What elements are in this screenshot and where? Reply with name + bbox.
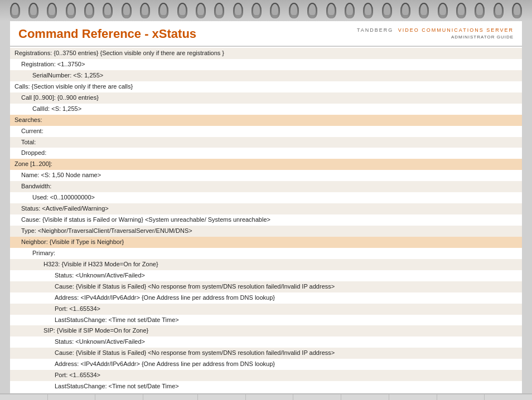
- binding-hole: [456, 3, 466, 18]
- tabs-bar: IntroductionGetting StartedOverview andS…: [0, 393, 532, 400]
- tab-appendices[interactable]: Appendices: [485, 394, 532, 400]
- binding-holes: [0, 3, 532, 18]
- binding-hole: [494, 3, 504, 18]
- content-row: Name: <S: 1,50 Node name>: [10, 170, 522, 181]
- tab-maintenance[interactable]: Maintenance: [437, 394, 485, 400]
- binding-hole: [196, 3, 206, 18]
- tab-bandwidth[interactable]: BandwidthControl: [341, 394, 389, 400]
- content-row: Status: <Unknown/Active/Failed>: [10, 336, 522, 348]
- content-row: Registration: <1..3750>: [10, 59, 522, 70]
- brand-vcs: VIDEO COMMUNICATIONS SERVER: [398, 27, 514, 33]
- binding-hole: [10, 3, 20, 18]
- content-row: Address: <IPv4Addr/IPv6Addr> {One Addres…: [10, 359, 522, 370]
- binding-hole: [47, 3, 57, 18]
- content-area: Registrations: {0..3750 entries} {Sectio…: [10, 47, 522, 393]
- content-row: Cause: {Visible if status is Failed or W…: [10, 214, 522, 226]
- binding-hole: [140, 3, 150, 18]
- binding-hole: [326, 3, 336, 18]
- binding-hole: [252, 3, 262, 18]
- content-row: Port: <1..65534>: [10, 304, 522, 315]
- content-row: Registrations: {0..3750 entries} {Sectio…: [10, 48, 522, 59]
- tab-call-processing[interactable]: CallProcessing: [293, 394, 341, 400]
- binding-hole: [382, 3, 392, 18]
- binding-hole: [419, 3, 429, 18]
- content-row: Port: <1..65534>: [10, 370, 522, 381]
- binding-hole: [103, 3, 113, 18]
- content-row: Cause: {Visible if Status is Failed} <No…: [10, 348, 522, 359]
- doc-header: Command Reference - xStatus TANDBERG VID…: [10, 21, 522, 47]
- content-row: Type: <Neighbor/TraversalClient/Traversa…: [10, 226, 522, 237]
- content-row: Zone [1..200]:: [10, 159, 522, 170]
- content-row: Total:: [10, 137, 522, 148]
- binding-hole: [475, 3, 485, 18]
- binding-hole: [270, 3, 280, 18]
- tab-intro[interactable]: Introduction: [0, 394, 48, 400]
- binding-strip: [0, 0, 532, 21]
- content-row: LastStatusChange: <Time not set/Date Tim…: [10, 381, 522, 392]
- content-row: SerialNumber: <S: 1,255>: [10, 70, 522, 81]
- content-row: Status: <Active/Failed/Warning>: [10, 203, 522, 214]
- brand-info: TANDBERG VIDEO COMMUNICATIONS SERVER ADM…: [357, 27, 514, 40]
- doc-title: Command Reference - xStatus: [18, 27, 196, 41]
- tab-zones-neighbors[interactable]: Zones andNeighbors: [246, 394, 294, 400]
- binding-hole: [177, 3, 187, 18]
- binding-hole: [66, 3, 76, 18]
- binding-hole: [307, 3, 317, 18]
- content-row: Status: <Unknown/Active/Failed>: [10, 270, 522, 281]
- binding-hole: [214, 3, 224, 18]
- binding-hole: [512, 3, 522, 18]
- binding-hole: [122, 3, 132, 18]
- content-row: Dropped:: [10, 148, 522, 159]
- binding-hole: [400, 3, 410, 18]
- brand-sub: ADMINISTRATOR GUIDE: [357, 34, 514, 40]
- footer: IntroductionGetting StartedOverview andS…: [0, 393, 532, 400]
- binding-hole: [289, 3, 299, 18]
- tab-system-config[interactable]: SystemConfiguration: [143, 394, 198, 400]
- brand-name: TANDBERG VIDEO COMMUNICATIONS SERVER: [357, 27, 514, 34]
- content-row: Searches:: [10, 115, 522, 126]
- tab-getting-started[interactable]: Getting Started: [48, 394, 96, 400]
- document: Command Reference - xStatus TANDBERG VID…: [10, 21, 522, 393]
- tab-firewall[interactable]: FirewallTraversal: [389, 394, 437, 400]
- content-row: LastStatusChange: <Time not set/Date Tim…: [10, 315, 522, 326]
- content-row: SIP: {Visible if SIP Mode=On for Zone}: [10, 325, 522, 336]
- content-row: Address: <IPv4Addr/IPv6Addr> {One Addres…: [10, 292, 522, 304]
- binding-hole: [345, 3, 355, 18]
- tab-vcs-config[interactable]: VCSConfiguration: [198, 394, 246, 400]
- content-row: CallId: <S: 1,255>: [10, 104, 522, 115]
- binding-hole: [84, 3, 94, 18]
- content-row: H323: {Visible if H323 Mode=On for Zone}: [10, 259, 522, 270]
- binding-hole: [438, 3, 448, 18]
- tab-overview[interactable]: Overview andStatus: [95, 394, 143, 400]
- content-row: Current:: [10, 126, 522, 137]
- binding-hole: [233, 3, 243, 18]
- content-row: Call [0..900]: {0..900 entries}: [10, 92, 522, 104]
- content-row: Primary:: [10, 248, 522, 259]
- content-row: Used: <0..100000000>: [10, 192, 522, 203]
- binding-hole: [28, 3, 38, 18]
- content-row: Neighbor: {Visible if Type is Neighbor}: [10, 237, 522, 248]
- content-row: Bandwidth:: [10, 181, 522, 192]
- content-row: Calls: {Section visible only if there ar…: [10, 81, 522, 92]
- brand-tandberg: TANDBERG: [357, 27, 393, 33]
- content-row: Cause: {Visible if Status is Failed} <No…: [10, 281, 522, 292]
- binding-hole: [363, 3, 373, 18]
- binding-hole: [158, 3, 168, 18]
